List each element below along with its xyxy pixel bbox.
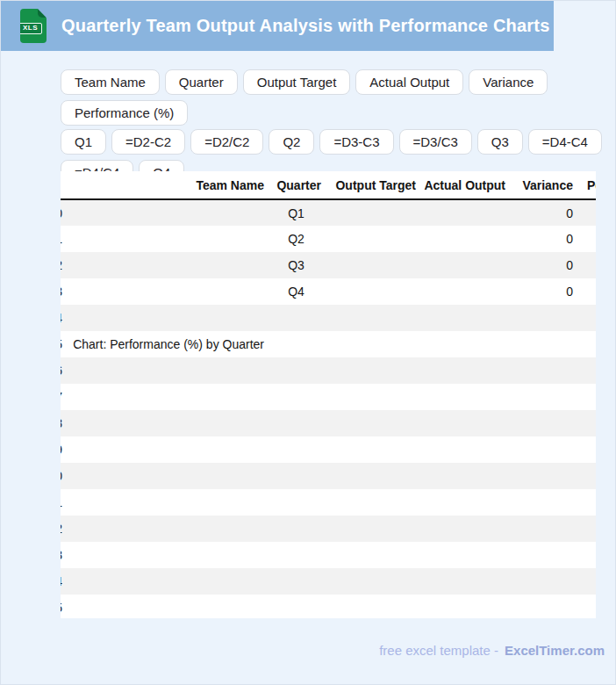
- actual-output-cell: [419, 384, 509, 410]
- footer: free excel template -ExcelTimer.com: [379, 643, 605, 658]
- team-name-cell: Chart: Performance (%) by Quarter: [66, 331, 268, 357]
- variance-cell: [509, 568, 577, 595]
- team-name-cell: [66, 542, 268, 568]
- chip: Team Name: [61, 69, 160, 95]
- actual-output-cell: [419, 516, 509, 542]
- quarter-cell: [268, 489, 325, 516]
- variance-cell: [509, 384, 577, 410]
- folded-corner-icon: [38, 9, 47, 18]
- variance-cell: [509, 595, 577, 618]
- table-row: 1Q20: [61, 226, 596, 252]
- column-header-target: Output Target: [325, 171, 419, 199]
- variance-cell: [509, 436, 577, 463]
- quarter-cell: [268, 331, 325, 357]
- actual-output-cell: [419, 278, 509, 305]
- output-target-cell: [325, 226, 419, 252]
- chip: Variance: [469, 69, 548, 95]
- chip: Performance (%): [61, 100, 188, 126]
- actual-output-cell: [419, 199, 509, 226]
- output-target-cell: [325, 542, 419, 568]
- spreadsheet-table: Team NameQuarterOutput TargetActual Outp…: [61, 171, 596, 618]
- spreadsheet-body: 0Q101Q202Q303Q4045Chart: Performance (%)…: [61, 199, 596, 618]
- variance-cell: [509, 542, 577, 568]
- table-row: 11: [61, 489, 596, 516]
- actual-output-cell: [419, 252, 509, 278]
- performance-cell: [577, 463, 596, 489]
- performance-cell: [577, 305, 596, 331]
- variance-cell: [509, 357, 577, 384]
- team-name-cell: [66, 463, 268, 489]
- table-row: 9: [61, 436, 596, 463]
- actual-output-cell: [419, 410, 509, 436]
- output-target-cell: [325, 278, 419, 305]
- column-header-actual: Actual Output: [419, 171, 509, 199]
- quarter-cell: [268, 463, 325, 489]
- table-row: 8: [61, 410, 596, 436]
- output-target-cell: [325, 410, 419, 436]
- chip: Q2: [269, 129, 314, 155]
- team-name-cell: [66, 384, 268, 410]
- quarter-cell: [268, 595, 325, 618]
- column-header-team: Team Name: [66, 171, 268, 199]
- team-name-cell: [66, 357, 268, 384]
- chip-row-headers: Team NameQuarterOutput TargetActual Outp…: [61, 69, 613, 126]
- table-row: 6: [61, 357, 596, 384]
- table-row: 0Q10: [61, 199, 596, 226]
- output-target-cell: [325, 595, 419, 618]
- team-name-cell: [66, 410, 268, 436]
- actual-output-cell: [419, 436, 509, 463]
- page-title: Quarterly Team Output Analysis with Perf…: [61, 16, 550, 36]
- performance-cell: [577, 357, 596, 384]
- performance-cell: [577, 278, 596, 305]
- output-target-cell: [325, 568, 419, 595]
- quarter-cell: [268, 384, 325, 410]
- actual-output-cell: [419, 568, 509, 595]
- quarter-cell: Q2: [268, 226, 325, 252]
- actual-output-cell: [419, 463, 509, 489]
- variance-cell: 0: [509, 252, 577, 278]
- column-header-variance: Variance: [509, 171, 577, 199]
- output-target-cell: [325, 384, 419, 410]
- quarter-cell: Q4: [268, 278, 325, 305]
- table-row: 12: [61, 516, 596, 542]
- output-target-cell: [325, 199, 419, 226]
- output-target-cell: [325, 516, 419, 542]
- variance-cell: [509, 305, 577, 331]
- header-bar: XLS Quarterly Team Output Analysis with …: [1, 1, 554, 51]
- performance-cell: [577, 331, 596, 357]
- team-name-cell: [66, 226, 268, 252]
- column-header-quarter: Quarter: [268, 171, 325, 199]
- variance-cell: 0: [509, 199, 577, 226]
- variance-cell: [509, 331, 577, 357]
- performance-cell: [577, 436, 596, 463]
- team-name-cell: [66, 489, 268, 516]
- actual-output-cell: [419, 489, 509, 516]
- quarter-cell: Q3: [268, 252, 325, 278]
- chip: Quarter: [165, 69, 238, 95]
- performance-cell: [577, 489, 596, 516]
- chip: =D3/C3: [399, 129, 472, 155]
- chip: =D4-C4: [528, 129, 602, 155]
- output-target-cell: [325, 252, 419, 278]
- performance-cell: [577, 410, 596, 436]
- variance-cell: 0: [509, 226, 577, 252]
- table-row: 13: [61, 542, 596, 568]
- variance-cell: [509, 410, 577, 436]
- footer-brand-link[interactable]: ExcelTimer.com: [505, 643, 605, 658]
- actual-output-cell: [419, 305, 509, 331]
- actual-output-cell: [419, 226, 509, 252]
- variance-cell: [509, 489, 577, 516]
- chip: Output Target: [243, 69, 351, 95]
- team-name-cell: [66, 305, 268, 331]
- performance-cell: [577, 199, 596, 226]
- quarter-cell: [268, 305, 325, 331]
- performance-cell: [577, 226, 596, 252]
- chip: =D3-C3: [319, 129, 393, 155]
- table-row: 15: [61, 595, 596, 618]
- performance-cell: [577, 542, 596, 568]
- performance-cell: [577, 252, 596, 278]
- team-name-cell: [66, 568, 268, 595]
- actual-output-cell: [419, 595, 509, 618]
- performance-cell: [577, 568, 596, 595]
- chip: =D2-C2: [111, 129, 185, 155]
